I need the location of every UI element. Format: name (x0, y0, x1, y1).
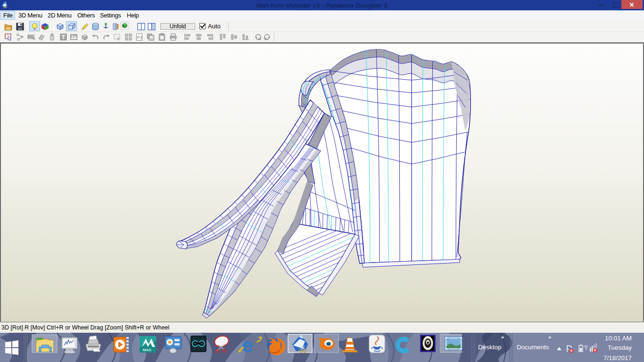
svg-text:e: e (242, 334, 253, 356)
svg-text:90: 90 (258, 37, 262, 41)
svg-text:P.1: P.1 (137, 35, 143, 40)
svg-text:MAX: MAX (143, 348, 151, 352)
svg-text:90: 90 (264, 37, 268, 41)
